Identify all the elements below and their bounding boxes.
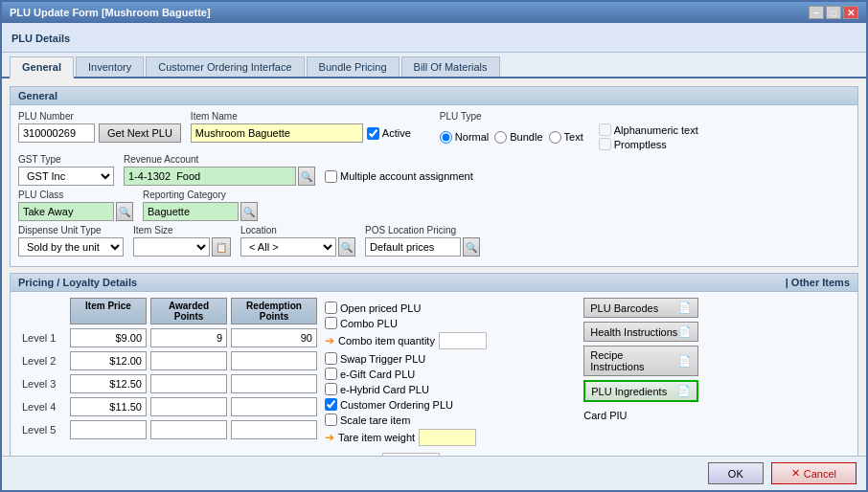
active-checkbox[interactable] [367,127,379,140]
minimize-button[interactable]: – [809,6,824,19]
tab-general[interactable]: General [10,56,74,78]
level-1-price[interactable] [70,328,147,347]
level-3-points[interactable] [150,374,227,393]
pricing-table: Item Price Awarded Points Redemption Poi… [18,298,317,456]
item-name-input[interactable] [191,123,363,143]
plu-barcodes-button[interactable]: PLU Barcodes 📄 [583,298,698,318]
level-1-label: Level 1 [18,328,66,347]
title-bar: PLU Update Form [Mushroom Baguette] – □ … [2,2,866,23]
item-size-icon[interactable]: 📋 [212,237,231,257]
active-checkbox-label: Active [367,127,411,140]
level-2-row: Level 2 [18,351,317,372]
combo-qty-input[interactable] [439,332,487,349]
multiple-account-checkbox-label: Multiple account assignment [325,170,473,183]
level-1-points[interactable] [150,328,227,347]
customer-ordering-label: Customer Ordering PLU [340,399,453,411]
level-4-price[interactable] [70,397,147,416]
maximize-button[interactable]: □ [826,6,841,19]
health-instructions-button[interactable]: Health Instructions 📄 [583,322,698,342]
awarded-points-header: Awarded Points [150,298,227,324]
combo-plu-label: Combo PLU [340,318,398,329]
tab-bill-of-materials[interactable]: Bill Of Materials [401,56,500,77]
pricing-other-container: Pricing / Loyalty Details | Other Items … [10,273,858,456]
text-label: Text [564,131,583,143]
promptless-checkbox[interactable] [599,138,611,150]
window-title: PLU Update Form [Mushroom Baguette] [10,7,211,18]
tare-weight-label: Tare item weight [338,432,415,443]
multiple-account-checkbox[interactable] [325,170,337,183]
tare-weight-input[interactable] [419,429,476,446]
level-5-points[interactable] [150,420,227,439]
health-instructions-icon: 📄 [678,325,692,338]
level-4-points[interactable] [150,397,227,416]
level-5-redemption[interactable] [231,420,317,439]
normal-radio[interactable] [440,131,452,144]
location-group: Location < All > 🔍 [240,225,355,257]
promptless-checkbox-label: Promptless [599,138,698,150]
plu-class-label: PLU Class [18,190,133,200]
ok-label: OK [728,468,743,480]
plu-number-input[interactable]: 310000269 [18,123,95,143]
text-radio[interactable] [549,131,561,144]
location-search-icon[interactable]: 🔍 [338,237,355,257]
plu-class-search-icon[interactable]: 🔍 [116,202,133,221]
cancel-button[interactable]: ✕ Cancel [771,462,857,484]
egift-card-checkbox[interactable] [325,368,337,380]
card-piu-text: Card PIU [583,410,698,421]
gst-type-label: GST Type [18,154,114,165]
combo-plu-checkbox[interactable] [325,317,337,329]
plu-ingredients-icon: 📄 [677,385,691,397]
customer-ordering-checkbox[interactable] [325,398,337,411]
plu-barcodes-label: PLU Barcodes [590,302,658,314]
item-size-select[interactable] [133,237,210,257]
ehybrid-card-checkbox[interactable] [325,383,337,395]
reporting-category-label: Reporting Category [143,190,258,200]
pos-location-search-icon[interactable]: 🔍 [463,237,480,257]
plu-type-radio-group: Normal Bundle Text [440,131,583,144]
normal-label: Normal [455,131,489,143]
level-4-label: Level 4 [18,397,66,416]
swap-trigger-checkbox[interactable] [325,352,337,365]
revenue-account-input[interactable] [124,167,296,186]
egift-card-checkbox-label: e-Gift Card PLU [325,368,576,380]
get-next-plu-button[interactable]: Get Next PLU [99,123,181,143]
gst-type-select[interactable]: GST Inc [18,167,114,186]
pricing-header-row: Pricing / Loyalty Details | Other Items [11,274,857,292]
level-3-price[interactable] [70,374,147,393]
level-1-redemption[interactable] [231,328,317,347]
recipe-instructions-icon: 📄 [678,355,692,368]
revenue-search-icon[interactable]: 🔍 [298,167,315,186]
level-2-points[interactable] [150,351,227,370]
recipe-instructions-button[interactable]: Recipe Instructions 📄 [583,346,698,376]
level-4-redemption[interactable] [231,397,317,416]
pos-location-input[interactable] [365,237,461,257]
promptless-label: Promptless [614,139,667,150]
bundle-radio[interactable] [494,131,507,144]
location-select[interactable]: < All > [240,237,336,257]
tab-bundle-pricing[interactable]: Bundle Pricing [307,56,400,77]
normal-radio-label: Normal [440,131,489,144]
level-2-redemption[interactable] [231,351,317,370]
gst-type-group: GST Type GST Inc [18,154,114,186]
tab-inventory[interactable]: Inventory [76,56,144,77]
open-priced-checkbox[interactable] [325,302,337,314]
bundle-label: Bundle [510,131,542,143]
scale-tare-checkbox[interactable] [325,414,337,426]
multiple-account-label: Multiple account assignment [340,170,473,182]
plu-ingredients-button[interactable]: PLU Ingredients 📄 [583,380,698,402]
tare-weight-row: ➔ Tare item weight [325,429,576,446]
tab-customer-ordering[interactable]: Customer Ordering Interface [146,56,304,77]
alphanumeric-checkbox[interactable] [599,123,611,136]
item-size-group: Item Size 📋 [133,225,231,257]
ok-button[interactable]: OK [708,462,764,484]
level-2-price[interactable] [70,351,147,370]
level-5-price[interactable] [70,420,147,439]
reporting-category-input[interactable] [143,202,239,221]
recipe-instructions-label: Recipe Instructions [590,349,678,372]
revenue-account-label: Revenue Account [124,154,473,165]
plu-class-input[interactable] [18,202,114,221]
level-3-redemption[interactable] [231,374,317,393]
close-button[interactable]: ✕ [843,6,858,19]
reporting-search-icon[interactable]: 🔍 [240,202,258,221]
dispense-unit-select[interactable]: Sold by the unit [18,237,124,257]
